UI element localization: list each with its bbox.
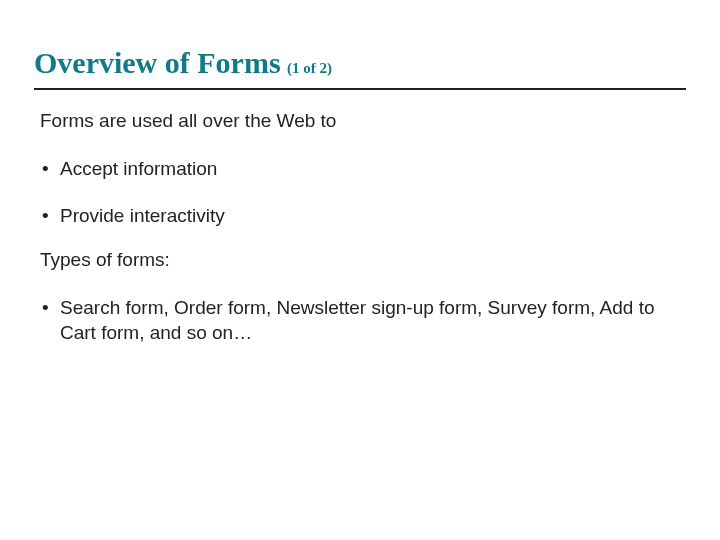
slide: Overview of Forms (1 of 2) Forms are use… — [0, 46, 720, 540]
types-heading: Types of forms: — [40, 247, 680, 273]
slide-body: Forms are used all over the Web to Accep… — [40, 108, 680, 346]
types-bullet-list: Search form, Order form, Newsletter sign… — [40, 295, 680, 346]
intro-text: Forms are used all over the Web to — [40, 108, 680, 134]
list-item: Accept information — [40, 156, 680, 182]
title-bar: Overview of Forms (1 of 2) — [34, 46, 686, 90]
slide-title: Overview of Forms — [34, 46, 281, 79]
list-item: Search form, Order form, Newsletter sign… — [40, 295, 680, 346]
intro-bullet-list: Accept information Provide interactivity — [40, 156, 680, 229]
slide-title-pagination: (1 of 2) — [287, 60, 332, 76]
list-item: Provide interactivity — [40, 203, 680, 229]
